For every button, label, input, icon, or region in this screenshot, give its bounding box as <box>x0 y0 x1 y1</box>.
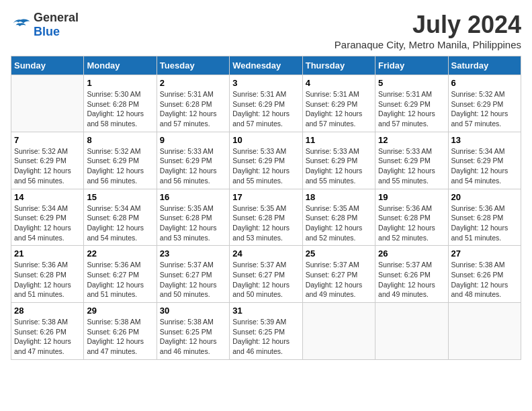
calendar-cell: 2Sunrise: 5:31 AM Sunset: 6:28 PM Daylig… <box>157 75 229 132</box>
day-info: Sunrise: 5:39 AM Sunset: 6:25 PM Dayligh… <box>232 317 299 357</box>
day-info: Sunrise: 5:30 AM Sunset: 6:28 PM Dayligh… <box>87 89 153 129</box>
calendar-cell: 10Sunrise: 5:33 AM Sunset: 6:29 PM Dayli… <box>230 132 302 189</box>
calendar-cell: 31Sunrise: 5:39 AM Sunset: 6:25 PM Dayli… <box>230 303 302 360</box>
day-number: 27 <box>451 248 518 259</box>
week-row-4: 21Sunrise: 5:36 AM Sunset: 6:28 PM Dayli… <box>11 246 521 303</box>
calendar-cell: 27Sunrise: 5:38 AM Sunset: 6:26 PM Dayli… <box>448 246 521 303</box>
day-info: Sunrise: 5:34 AM Sunset: 6:28 PM Dayligh… <box>87 203 153 243</box>
day-info: Sunrise: 5:37 AM Sunset: 6:27 PM Dayligh… <box>232 260 299 300</box>
day-number: 14 <box>14 192 81 202</box>
calendar-cell: 23Sunrise: 5:37 AM Sunset: 6:27 PM Dayli… <box>157 246 229 303</box>
calendar-cell: 12Sunrise: 5:33 AM Sunset: 6:29 PM Dayli… <box>375 132 448 189</box>
calendar-cell: 7Sunrise: 5:32 AM Sunset: 6:29 PM Daylig… <box>11 132 84 189</box>
location-subtitle: Paranaque City, Metro Manila, Philippine… <box>335 39 521 50</box>
day-number: 18 <box>306 192 372 202</box>
calendar-cell: 24Sunrise: 5:37 AM Sunset: 6:27 PM Dayli… <box>230 246 302 303</box>
day-number: 15 <box>87 192 153 202</box>
column-header-monday: Monday <box>84 56 157 75</box>
day-number: 24 <box>232 248 299 259</box>
day-info: Sunrise: 5:37 AM Sunset: 6:26 PM Dayligh… <box>378 260 445 300</box>
logo-general: General <box>34 11 79 24</box>
day-info: Sunrise: 5:33 AM Sunset: 6:29 PM Dayligh… <box>378 146 445 186</box>
day-number: 21 <box>14 248 81 259</box>
logo-bird-icon <box>11 17 31 33</box>
day-number: 25 <box>306 248 372 259</box>
day-info: Sunrise: 5:31 AM Sunset: 6:29 PM Dayligh… <box>232 89 299 129</box>
day-number: 2 <box>160 78 226 88</box>
day-number: 17 <box>232 192 299 202</box>
calendar-cell: 20Sunrise: 5:36 AM Sunset: 6:28 PM Dayli… <box>448 189 521 246</box>
day-info: Sunrise: 5:32 AM Sunset: 6:29 PM Dayligh… <box>14 146 81 186</box>
day-info: Sunrise: 5:36 AM Sunset: 6:27 PM Dayligh… <box>87 260 153 300</box>
day-number: 8 <box>87 135 153 145</box>
calendar-cell <box>375 303 448 360</box>
calendar-cell: 25Sunrise: 5:37 AM Sunset: 6:27 PM Dayli… <box>302 246 375 303</box>
day-number: 29 <box>87 306 153 316</box>
page-header: General Blue July 2024 Paranaque City, M… <box>11 11 521 50</box>
day-info: Sunrise: 5:33 AM Sunset: 6:29 PM Dayligh… <box>232 146 299 186</box>
day-info: Sunrise: 5:32 AM Sunset: 6:29 PM Dayligh… <box>451 89 518 129</box>
day-info: Sunrise: 5:33 AM Sunset: 6:29 PM Dayligh… <box>160 146 226 186</box>
calendar-cell: 5Sunrise: 5:31 AM Sunset: 6:29 PM Daylig… <box>375 75 448 132</box>
day-info: Sunrise: 5:31 AM Sunset: 6:29 PM Dayligh… <box>378 89 445 129</box>
calendar-cell: 26Sunrise: 5:37 AM Sunset: 6:26 PM Dayli… <box>375 246 448 303</box>
day-number: 9 <box>160 135 226 145</box>
calendar-cell: 16Sunrise: 5:35 AM Sunset: 6:28 PM Dayli… <box>157 189 229 246</box>
day-info: Sunrise: 5:34 AM Sunset: 6:29 PM Dayligh… <box>451 146 518 186</box>
calendar-cell <box>11 75 84 132</box>
month-year-title: July 2024 <box>335 11 521 39</box>
calendar-cell: 29Sunrise: 5:38 AM Sunset: 6:26 PM Dayli… <box>84 303 157 360</box>
calendar-cell: 19Sunrise: 5:36 AM Sunset: 6:28 PM Dayli… <box>375 189 448 246</box>
day-number: 19 <box>378 192 445 202</box>
week-row-5: 28Sunrise: 5:38 AM Sunset: 6:26 PM Dayli… <box>11 303 521 360</box>
logo-blue: Blue <box>34 25 60 38</box>
day-number: 20 <box>451 192 518 202</box>
day-info: Sunrise: 5:36 AM Sunset: 6:28 PM Dayligh… <box>378 203 445 243</box>
day-number: 6 <box>451 78 518 88</box>
day-number: 26 <box>378 248 445 259</box>
column-header-sunday: Sunday <box>11 56 84 75</box>
day-number: 22 <box>87 248 153 259</box>
day-number: 28 <box>14 306 81 316</box>
header-row: SundayMondayTuesdayWednesdayThursdayFrid… <box>11 56 521 75</box>
day-number: 5 <box>378 78 445 88</box>
calendar-cell <box>302 303 375 360</box>
column-header-tuesday: Tuesday <box>157 56 229 75</box>
day-info: Sunrise: 5:31 AM Sunset: 6:29 PM Dayligh… <box>306 89 372 129</box>
week-row-2: 7Sunrise: 5:32 AM Sunset: 6:29 PM Daylig… <box>11 132 521 189</box>
day-info: Sunrise: 5:38 AM Sunset: 6:25 PM Dayligh… <box>160 317 226 357</box>
calendar-cell: 14Sunrise: 5:34 AM Sunset: 6:29 PM Dayli… <box>11 189 84 246</box>
calendar-cell: 21Sunrise: 5:36 AM Sunset: 6:28 PM Dayli… <box>11 246 84 303</box>
day-info: Sunrise: 5:33 AM Sunset: 6:29 PM Dayligh… <box>306 146 372 186</box>
day-info: Sunrise: 5:38 AM Sunset: 6:26 PM Dayligh… <box>14 317 81 357</box>
day-number: 3 <box>232 78 299 88</box>
day-number: 1 <box>87 78 153 88</box>
day-number: 13 <box>451 135 518 145</box>
calendar-table: SundayMondayTuesdayWednesdayThursdayFrid… <box>11 56 521 360</box>
calendar-cell: 9Sunrise: 5:33 AM Sunset: 6:29 PM Daylig… <box>157 132 229 189</box>
logo-text: General Blue <box>34 11 79 39</box>
calendar-cell: 13Sunrise: 5:34 AM Sunset: 6:29 PM Dayli… <box>448 132 521 189</box>
calendar-cell: 22Sunrise: 5:36 AM Sunset: 6:27 PM Dayli… <box>84 246 157 303</box>
day-info: Sunrise: 5:37 AM Sunset: 6:27 PM Dayligh… <box>306 260 372 300</box>
day-info: Sunrise: 5:31 AM Sunset: 6:28 PM Dayligh… <box>160 89 226 129</box>
column-header-saturday: Saturday <box>448 56 521 75</box>
day-number: 23 <box>160 248 226 259</box>
day-number: 10 <box>232 135 299 145</box>
week-row-1: 1Sunrise: 5:30 AM Sunset: 6:28 PM Daylig… <box>11 75 521 132</box>
day-number: 16 <box>160 192 226 202</box>
column-header-thursday: Thursday <box>302 56 375 75</box>
day-number: 31 <box>232 306 299 316</box>
day-info: Sunrise: 5:37 AM Sunset: 6:27 PM Dayligh… <box>160 260 226 300</box>
day-number: 11 <box>306 135 372 145</box>
day-info: Sunrise: 5:36 AM Sunset: 6:28 PM Dayligh… <box>451 203 518 243</box>
day-info: Sunrise: 5:36 AM Sunset: 6:28 PM Dayligh… <box>14 260 81 300</box>
calendar-cell: 30Sunrise: 5:38 AM Sunset: 6:25 PM Dayli… <box>157 303 229 360</box>
title-section: July 2024 Paranaque City, Metro Manila, … <box>335 11 521 50</box>
day-info: Sunrise: 5:35 AM Sunset: 6:28 PM Dayligh… <box>306 203 372 243</box>
day-number: 30 <box>160 306 226 316</box>
calendar-cell: 6Sunrise: 5:32 AM Sunset: 6:29 PM Daylig… <box>448 75 521 132</box>
calendar-cell <box>448 303 521 360</box>
day-info: Sunrise: 5:38 AM Sunset: 6:26 PM Dayligh… <box>87 317 153 357</box>
column-header-friday: Friday <box>375 56 448 75</box>
